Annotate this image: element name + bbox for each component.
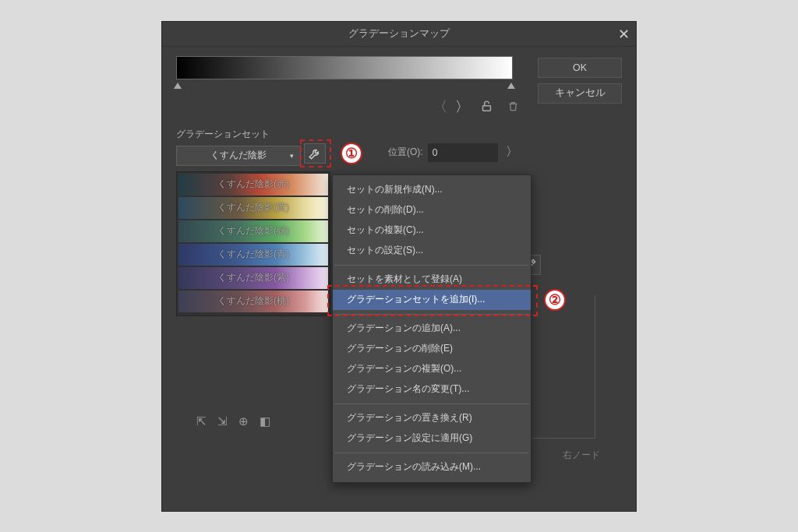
gradient-preset-list: くすんだ陰影(赤) くすんだ陰影(黄) くすんだ陰影(緑) くすんだ陰影(青) … bbox=[176, 171, 330, 316]
gradient-preset-item[interactable]: くすんだ陰影(緑) bbox=[178, 220, 328, 242]
menu-delete-gradation[interactable]: グラデーションの削除(E) bbox=[333, 339, 531, 359]
dialog-title: グラデーションマップ bbox=[348, 26, 450, 41]
chevron-down-icon: ▾ bbox=[290, 152, 294, 160]
gradient-preset-item[interactable]: くすんだ陰影(黄) bbox=[178, 197, 328, 219]
menu-separator bbox=[334, 265, 529, 266]
gradient-preview[interactable] bbox=[176, 56, 513, 79]
add-icon[interactable]: ⊕ bbox=[238, 414, 249, 428]
menu-delete-set[interactable]: セットの削除(D)... bbox=[333, 200, 531, 220]
gradient-markers bbox=[176, 84, 513, 92]
menu-apply-gradation[interactable]: グラデーション設定に適用(G) bbox=[333, 428, 531, 449]
annotation-badge-1: ① bbox=[341, 143, 362, 164]
titlebar: グラデーションマップ ✕ bbox=[162, 22, 636, 47]
duplicate-icon[interactable]: ◧ bbox=[260, 414, 270, 428]
gradient-stop-right[interactable] bbox=[507, 83, 515, 89]
gradient-map-dialog: グラデーションマップ ✕ OK キャンセル 〈 〉 グラデーションセット bbox=[161, 21, 637, 512]
preset-toolbar: ⇱ ⇲ ⊕ ◧ bbox=[196, 414, 270, 428]
menu-rename-gradation[interactable]: グラデーション名の変更(T)... bbox=[333, 379, 531, 400]
gradient-preset-item[interactable]: くすんだ陰影(赤) bbox=[178, 174, 328, 196]
cancel-button[interactable]: キャンセル bbox=[538, 83, 622, 104]
lock-icon[interactable] bbox=[477, 97, 496, 116]
svg-rect-0 bbox=[482, 106, 490, 111]
dialog-body: OK キャンセル 〈 〉 グラデーションセット くすんだ陰影 ▾ ① bbox=[162, 47, 636, 175]
menu-duplicate-gradation[interactable]: グラデーションの複製(O)... bbox=[333, 359, 531, 379]
menu-set-settings[interactable]: セットの設定(S)... bbox=[333, 241, 531, 261]
export-icon[interactable]: ⇲ bbox=[217, 414, 228, 428]
wrench-button[interactable] bbox=[304, 143, 326, 164]
menu-duplicate-set[interactable]: セットの複製(C)... bbox=[333, 220, 531, 241]
menu-add-gradient-set[interactable]: グラデーションセットを追加(I)... bbox=[333, 290, 531, 310]
menu-separator bbox=[334, 314, 529, 315]
gradient-set-dropdown[interactable]: くすんだ陰影 ▾ bbox=[176, 146, 301, 166]
menu-new-set[interactable]: セットの新規作成(N)... bbox=[333, 180, 531, 200]
prev-icon[interactable]: 〈 bbox=[433, 97, 447, 116]
position-label: 位置(O): bbox=[388, 146, 423, 159]
gradient-set-label: グラデーションセット bbox=[176, 128, 622, 141]
wrench-menu: セットの新規作成(N)... セットの削除(D)... セットの複製(C)...… bbox=[332, 174, 531, 483]
menu-load-gradation[interactable]: グラデーションの読み込み(M)... bbox=[333, 457, 531, 477]
lower-panel: グラデーションセット くすんだ陰影 ▾ ① 位置(O): 〉 くすんだ陰影(赤)… bbox=[176, 128, 622, 166]
menu-add-gradation[interactable]: グラデーションの追加(A)... bbox=[333, 319, 531, 339]
gradient-preset-item[interactable]: くすんだ陰影(桃) bbox=[178, 291, 328, 312]
next-icon[interactable]: 〉 bbox=[455, 97, 469, 116]
menu-register-material[interactable]: セットを素材として登録(A) bbox=[333, 270, 531, 290]
gradient-preset-item[interactable]: くすんだ陰影(青) bbox=[178, 244, 328, 266]
menu-separator bbox=[334, 403, 529, 404]
position-input[interactable] bbox=[428, 143, 498, 162]
right-node-label: 右ノード bbox=[563, 449, 600, 462]
position-group: 位置(O): 〉 bbox=[388, 143, 518, 162]
side-buttons: OK キャンセル bbox=[538, 58, 622, 104]
close-icon: ✕ bbox=[618, 26, 630, 43]
gradient-preset-item[interactable]: くすんだ陰影(紫) bbox=[178, 267, 328, 289]
gradient-stop-left[interactable] bbox=[174, 83, 182, 89]
position-more-icon[interactable]: 〉 bbox=[506, 144, 518, 160]
close-button[interactable]: ✕ bbox=[614, 25, 633, 44]
menu-replace-gradation[interactable]: グラデーションの置き換え(R) bbox=[333, 408, 531, 428]
menu-separator bbox=[334, 453, 529, 453]
gradient-set-selected: くすんだ陰影 bbox=[210, 149, 267, 162]
ok-button[interactable]: OK bbox=[538, 58, 622, 78]
import-icon[interactable]: ⇱ bbox=[196, 414, 207, 428]
trash-icon[interactable] bbox=[503, 97, 522, 116]
